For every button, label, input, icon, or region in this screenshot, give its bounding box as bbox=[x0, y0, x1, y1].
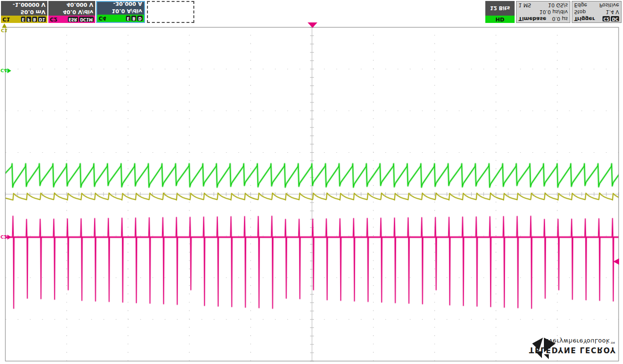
timebase-label: Timebase bbox=[519, 16, 546, 22]
c2-zero-marker-label[interactable]: C2 bbox=[0, 234, 7, 240]
trigger-type: Edge bbox=[574, 2, 587, 8]
c4-zero-marker-arrow-icon bbox=[7, 68, 11, 73]
c2-offset: 40.000 V bbox=[50, 1, 93, 8]
c2-label: C2 bbox=[50, 16, 58, 23]
hd-bits-label: 12 Bits bbox=[485, 1, 515, 16]
c1-badge: B bbox=[32, 17, 37, 22]
timebase-sample-rate: 10 GS/s bbox=[548, 2, 568, 8]
channel-descriptor-c2[interactable]: C2 ESR DC1M 40.0 V/div 40.000 V bbox=[48, 1, 95, 23]
c1-badge: D1 bbox=[38, 17, 46, 22]
c1-badge: E bbox=[21, 17, 25, 22]
c1-scale: 50.0 mV bbox=[3, 8, 45, 16]
trigger-slope: Positive bbox=[600, 2, 619, 8]
c1-strip: C1 E F B D1 bbox=[1, 16, 47, 23]
timebase-position: 0.0 µs bbox=[552, 16, 568, 22]
c4-scale: 10.0 A/div bbox=[99, 7, 142, 15]
channel-descriptor-c1[interactable]: C1 E F B D1 50.0 mV -1.00000 V bbox=[1, 1, 47, 23]
trigger-descriptor[interactable]: Trigger C2 DC Stop 1.4 V Edge Positive bbox=[572, 1, 622, 23]
c2-strip: C2 ESR DC1M bbox=[48, 16, 95, 23]
c1-badge: F bbox=[26, 17, 31, 22]
c4-zero-marker-label[interactable]: C4 bbox=[0, 68, 7, 73]
trigger-label: Trigger bbox=[574, 16, 595, 22]
c2-badge: DC1M bbox=[79, 17, 94, 22]
channel-descriptor-empty[interactable] bbox=[147, 1, 194, 23]
c4-badge: D bbox=[137, 16, 143, 21]
acquisition-mode-box[interactable]: HD 12 Bits bbox=[485, 1, 515, 23]
hd-mode-label: HD bbox=[485, 16, 515, 23]
c4-badge: B bbox=[131, 16, 136, 21]
c4-badge: E bbox=[126, 16, 130, 21]
trigger-coupling-badge: DC bbox=[611, 16, 619, 21]
logo-brand-text: TELEDYNE LECROY bbox=[529, 345, 616, 354]
c4-trace[interactable] bbox=[5, 164, 623, 187]
timebase-scale: 10.0 µs/div bbox=[540, 9, 568, 15]
c2-badge: ESR bbox=[68, 17, 78, 22]
trigger-mode: Stop bbox=[574, 9, 586, 15]
timebase-descriptor[interactable]: Timebase 0.0 µs 10.0 µs/div 1 MS 10 GS/s bbox=[516, 1, 570, 23]
timebase-record-length: 1 MS bbox=[519, 2, 531, 8]
c4-label: C4 bbox=[99, 15, 106, 22]
oscilloscope-screen: C2 C4 C1 TELEDYNE LECROY EverywhereYouLo… bbox=[0, 0, 623, 364]
c2-zero-marker-arrow-icon bbox=[7, 235, 11, 240]
trigger-level: 1.4 V bbox=[606, 9, 619, 15]
logo-tagline-text: EverywhereYouLook™ bbox=[545, 338, 616, 345]
channel-descriptor-c4[interactable]: C4 E B D 10.0 A/div -30.000 A bbox=[96, 1, 145, 23]
c1-clamp-marker-label[interactable]: C1 bbox=[1, 28, 8, 33]
c1-label: C1 bbox=[2, 16, 10, 23]
trigger-time-marker[interactable] bbox=[308, 22, 317, 28]
c1-clamp-arrow-icon bbox=[2, 23, 7, 28]
c4-strip: C4 E B D bbox=[97, 15, 144, 22]
trigger-source-badge: C2 bbox=[602, 16, 610, 21]
c1-offset: -1.00000 V bbox=[3, 1, 45, 8]
c2-scale: 40.0 V/div bbox=[50, 8, 93, 16]
scope-display: C2 C4 C1 bbox=[0, 0, 623, 364]
c4-offset: -30.000 A bbox=[99, 0, 142, 7]
